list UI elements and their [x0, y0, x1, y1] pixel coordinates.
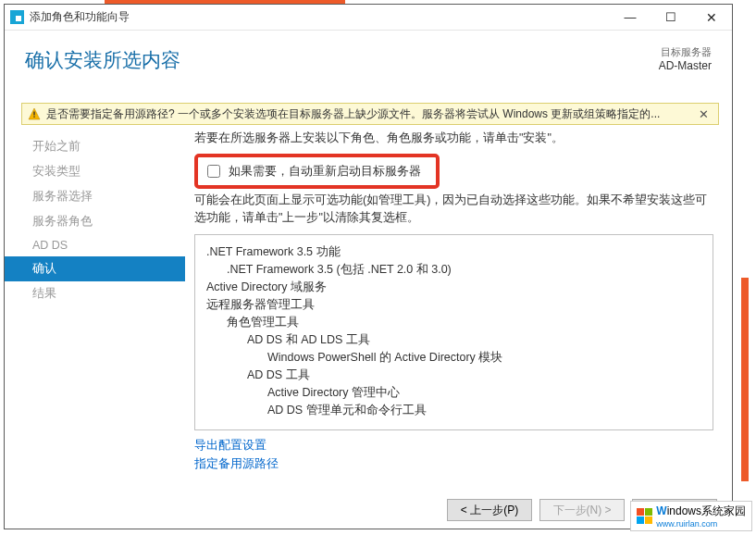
auto-restart-label: 如果需要，自动重新启动目标服务器 — [229, 164, 421, 180]
target-server-label: 目标服务器 — [659, 45, 712, 59]
auto-restart-row[interactable]: 如果需要，自动重新启动目标服务器 — [204, 162, 421, 180]
highlight-box: 如果需要，自动重新启动目标服务器 — [194, 154, 440, 189]
feature-item: AD DS 和 AD LDS 工具 — [247, 332, 701, 348]
header: 确认安装所选内容 目标服务器 AD-Master — [5, 31, 732, 99]
feature-item: 角色管理工具 — [227, 315, 701, 330]
watermark-cn: 系统家园 — [701, 504, 746, 517]
sidebar-item-server-role[interactable]: 服务器角色 — [5, 209, 185, 234]
sidebar-item-result[interactable]: 结果 — [5, 281, 185, 306]
svg-rect-2 — [33, 117, 34, 118]
intro-text: 若要在所选服务器上安装以下角色、角色服务或功能，请单击"安装"。 — [194, 131, 713, 146]
feature-item: Windows PowerShell 的 Active Directory 模块 — [267, 350, 701, 366]
watermark-indows: indows — [667, 504, 701, 517]
feature-item: .NET Framework 3.5 功能 — [206, 244, 701, 260]
warning-bar: 是否需要指定备用源路径? 一个或多个安装选项在目标服务器上缺少源文件。服务器将尝… — [21, 103, 719, 125]
watermark-w: W — [656, 504, 666, 517]
sidebar-item-before-begin[interactable]: 开始之前 — [5, 134, 185, 159]
sidebar: 开始之前 安装类型 服务器选择 服务器角色 AD DS 确认 结果 — [5, 131, 185, 497]
sidebar-item-confirm[interactable]: 确认 — [5, 256, 185, 281]
close-button[interactable]: ✕ — [691, 5, 732, 31]
target-server-block: 目标服务器 AD-Master — [659, 45, 712, 72]
watermark: Windows系统家园 www.ruirlan.com — [630, 501, 752, 531]
target-server-name: AD-Master — [659, 59, 712, 72]
links-block: 导出配置设置 指定备用源路径 — [194, 436, 713, 473]
wizard-window: 添加角色和功能向导 — ☐ ✕ 确认安装所选内容 目标服务器 AD-Master… — [4, 4, 733, 529]
windows-logo-icon — [637, 508, 652, 524]
titlebar: 添加角色和功能向导 — ☐ ✕ — [5, 5, 732, 31]
feature-item: Active Directory 域服务 — [206, 280, 701, 295]
svg-rect-1 — [33, 112, 34, 116]
body: 开始之前 安装类型 服务器选择 服务器角色 AD DS 确认 结果 若要在所选服… — [5, 131, 732, 497]
window-controls: — ☐ ✕ — [610, 5, 732, 31]
watermark-text: Windows系统家园 www.ruirlan.com — [656, 504, 746, 529]
bg-decor-right — [741, 278, 749, 481]
hint-text: 可能会在此页面上显示可选功能(如管理工具)，因为已自动选择这些功能。如果不希望安… — [194, 192, 713, 227]
export-config-link[interactable]: 导出配置设置 — [194, 436, 713, 454]
sidebar-item-adds[interactable]: AD DS — [5, 234, 185, 256]
prev-button[interactable]: < 上一步(P) — [447, 499, 532, 521]
feature-item: 远程服务器管理工具 — [206, 297, 701, 313]
maximize-button[interactable]: ☐ — [651, 5, 691, 31]
minimize-button[interactable]: — — [610, 5, 651, 31]
auto-restart-checkbox[interactable] — [207, 165, 220, 178]
page-title: 确认安装所选内容 — [25, 47, 712, 73]
feature-item: Active Directory 管理中心 — [267, 385, 701, 401]
window-title: 添加角色和功能向导 — [30, 9, 610, 25]
sidebar-item-install-type[interactable]: 安装类型 — [5, 159, 185, 184]
next-button: 下一步(N) > — [539, 499, 625, 521]
features-list: .NET Framework 3.5 功能 .NET Framework 3.5… — [194, 234, 713, 430]
app-icon — [10, 10, 24, 24]
feature-item: AD DS 管理单元和命令行工具 — [267, 403, 701, 418]
warning-icon — [28, 107, 41, 120]
content-area: 若要在所选服务器上安装以下角色、角色服务或功能，请单击"安装"。 如果需要，自动… — [185, 131, 732, 497]
watermark-sub: www.ruirlan.com — [656, 519, 746, 529]
alt-source-link[interactable]: 指定备用源路径 — [194, 454, 713, 473]
feature-item: AD DS 工具 — [247, 367, 701, 383]
warning-text: 是否需要指定备用源路径? 一个或多个安装选项在目标服务器上缺少源文件。服务器将尝… — [46, 106, 660, 122]
sidebar-item-server-select[interactable]: 服务器选择 — [5, 184, 185, 209]
warning-close-button[interactable]: ✕ — [695, 107, 713, 121]
feature-item: .NET Framework 3.5 (包括 .NET 2.0 和 3.0) — [227, 262, 701, 278]
